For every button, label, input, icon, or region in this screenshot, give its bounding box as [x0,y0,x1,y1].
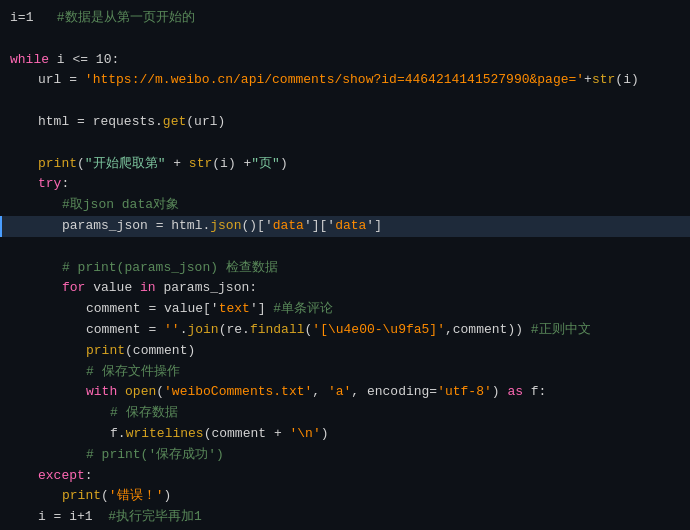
code-line-21: f.writelines(comment + '\n') [0,424,690,445]
code-line-11: params_json = html.json()['data']['data'… [0,216,690,237]
code-line-23: except: [0,466,690,487]
code-line-22: # print('保存成功') [0,445,690,466]
code-line-25: i = i+1 #执行完毕再加1 [0,507,690,528]
code-line-16: comment = ''.join(re.findall('[\u4e00-\u… [0,320,690,341]
code-line-10: #取json data对象 [0,195,690,216]
code-line-5 [0,91,690,112]
code-line-17: print(comment) [0,341,690,362]
code-line-13: # print(params_json) 检查数据 [0,258,690,279]
code-editor: i=1 #数据是从第一页开始的 while i <= 10: url = 'ht… [0,0,690,530]
code-line-8: print("开始爬取第" + str(i) +"页") [0,154,690,175]
code-line-19: with open('weiboComments.txt', 'a', enco… [0,382,690,403]
code-line-1: i=1 #数据是从第一页开始的 [0,8,690,29]
code-line-2 [0,29,690,50]
code-text: i [10,8,18,29]
code-line-4: url = 'https://m.weibo.cn/api/comments/s… [0,70,690,91]
code-line-15: comment = value['text'] #单条评论 [0,299,690,320]
code-line-20: # 保存数据 [0,403,690,424]
code-line-3: while i <= 10: [0,50,690,71]
code-line-24: print('错误！') [0,486,690,507]
code-line-12 [0,237,690,258]
code-line-18: # 保存文件操作 [0,362,690,383]
code-line-6: html = requests.get(url) [0,112,690,133]
code-line-9: try: [0,174,690,195]
code-line-14: for value in params_json: [0,278,690,299]
code-line-7 [0,133,690,154]
